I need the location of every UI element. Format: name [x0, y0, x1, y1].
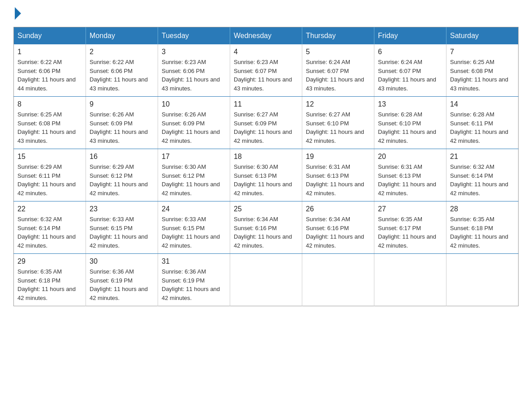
day-number: 23	[90, 205, 154, 213]
day-number: 1	[17, 48, 82, 56]
day-cell: 15 Sunrise: 6:29 AMSunset: 6:11 PMDaylig…	[14, 149, 86, 201]
day-cell: 24 Sunrise: 6:33 AMSunset: 6:15 PMDaylig…	[158, 201, 230, 254]
day-info: Sunrise: 6:28 AMSunset: 6:11 PMDaylight:…	[450, 110, 515, 145]
column-header-wednesday: Wednesday	[230, 27, 302, 45]
day-cell: 29 Sunrise: 6:35 AMSunset: 6:18 PMDaylig…	[14, 254, 86, 306]
day-cell: 17 Sunrise: 6:30 AMSunset: 6:12 PMDaylig…	[158, 149, 230, 201]
day-number: 25	[234, 205, 298, 213]
day-number: 9	[90, 100, 154, 108]
day-cell: 27 Sunrise: 6:35 AMSunset: 6:17 PMDaylig…	[374, 201, 446, 254]
day-cell: 4 Sunrise: 6:23 AMSunset: 6:07 PMDayligh…	[230, 44, 302, 97]
day-number: 24	[162, 205, 226, 213]
week-row-5: 29 Sunrise: 6:35 AMSunset: 6:18 PMDaylig…	[14, 254, 519, 306]
day-info: Sunrise: 6:25 AMSunset: 6:08 PMDaylight:…	[450, 58, 515, 93]
day-number: 6	[378, 48, 442, 56]
day-cell	[230, 254, 302, 306]
day-number: 28	[450, 205, 515, 213]
day-info: Sunrise: 6:32 AMSunset: 6:14 PMDaylight:…	[17, 215, 82, 250]
logo	[13, 9, 21, 18]
day-info: Sunrise: 6:35 AMSunset: 6:18 PMDaylight:…	[450, 215, 515, 250]
column-header-saturday: Saturday	[446, 27, 519, 45]
day-cell: 5 Sunrise: 6:24 AMSunset: 6:07 PMDayligh…	[302, 44, 374, 97]
day-cell: 25 Sunrise: 6:34 AMSunset: 6:16 PMDaylig…	[230, 201, 302, 254]
day-cell: 16 Sunrise: 6:29 AMSunset: 6:12 PMDaylig…	[86, 149, 158, 201]
day-info: Sunrise: 6:23 AMSunset: 6:06 PMDaylight:…	[162, 58, 226, 93]
day-number: 22	[17, 205, 82, 213]
day-cell: 23 Sunrise: 6:33 AMSunset: 6:15 PMDaylig…	[86, 201, 158, 254]
day-number: 29	[17, 257, 82, 265]
day-info: Sunrise: 6:22 AMSunset: 6:06 PMDaylight:…	[17, 58, 82, 93]
day-number: 20	[378, 153, 442, 161]
day-info: Sunrise: 6:29 AMSunset: 6:11 PMDaylight:…	[17, 163, 82, 197]
day-cell	[446, 254, 519, 306]
day-number: 5	[306, 48, 370, 56]
calendar-table: SundayMondayTuesdayWednesdayThursdayFrid…	[13, 27, 519, 306]
day-cell: 22 Sunrise: 6:32 AMSunset: 6:14 PMDaylig…	[14, 201, 86, 254]
day-number: 27	[378, 205, 442, 213]
day-number: 10	[162, 100, 226, 108]
day-cell: 11 Sunrise: 6:27 AMSunset: 6:09 PMDaylig…	[230, 97, 302, 149]
day-info: Sunrise: 6:29 AMSunset: 6:12 PMDaylight:…	[90, 163, 154, 197]
day-info: Sunrise: 6:31 AMSunset: 6:13 PMDaylight:…	[378, 163, 442, 197]
day-info: Sunrise: 6:36 AMSunset: 6:19 PMDaylight:…	[162, 267, 226, 302]
column-header-sunday: Sunday	[14, 27, 86, 45]
page-header	[13, 9, 519, 18]
day-cell: 30 Sunrise: 6:36 AMSunset: 6:19 PMDaylig…	[86, 254, 158, 306]
logo-arrow-icon	[15, 7, 21, 20]
week-row-1: 1 Sunrise: 6:22 AMSunset: 6:06 PMDayligh…	[14, 44, 519, 97]
day-number: 21	[450, 153, 515, 161]
day-cell: 20 Sunrise: 6:31 AMSunset: 6:13 PMDaylig…	[374, 149, 446, 201]
week-row-4: 22 Sunrise: 6:32 AMSunset: 6:14 PMDaylig…	[14, 201, 519, 254]
column-header-tuesday: Tuesday	[158, 27, 230, 45]
day-info: Sunrise: 6:30 AMSunset: 6:13 PMDaylight:…	[234, 163, 298, 197]
day-cell: 31 Sunrise: 6:36 AMSunset: 6:19 PMDaylig…	[158, 254, 230, 306]
column-header-friday: Friday	[374, 27, 446, 45]
week-row-3: 15 Sunrise: 6:29 AMSunset: 6:11 PMDaylig…	[14, 149, 519, 201]
day-number: 30	[90, 257, 154, 265]
day-number: 17	[162, 153, 226, 161]
day-number: 14	[450, 100, 515, 108]
day-number: 18	[234, 153, 298, 161]
day-info: Sunrise: 6:35 AMSunset: 6:18 PMDaylight:…	[17, 267, 82, 302]
day-number: 13	[378, 100, 442, 108]
day-cell: 26 Sunrise: 6:34 AMSunset: 6:16 PMDaylig…	[302, 201, 374, 254]
day-cell: 14 Sunrise: 6:28 AMSunset: 6:11 PMDaylig…	[446, 97, 519, 149]
day-cell	[302, 254, 374, 306]
day-number: 26	[306, 205, 370, 213]
day-info: Sunrise: 6:32 AMSunset: 6:14 PMDaylight:…	[450, 163, 515, 197]
day-info: Sunrise: 6:26 AMSunset: 6:09 PMDaylight:…	[162, 110, 226, 145]
day-number: 11	[234, 100, 298, 108]
day-cell: 10 Sunrise: 6:26 AMSunset: 6:09 PMDaylig…	[158, 97, 230, 149]
day-info: Sunrise: 6:31 AMSunset: 6:13 PMDaylight:…	[306, 163, 370, 197]
day-number: 3	[162, 48, 226, 56]
day-number: 19	[306, 153, 370, 161]
day-cell: 19 Sunrise: 6:31 AMSunset: 6:13 PMDaylig…	[302, 149, 374, 201]
day-cell: 7 Sunrise: 6:25 AMSunset: 6:08 PMDayligh…	[446, 44, 519, 97]
day-cell: 8 Sunrise: 6:25 AMSunset: 6:08 PMDayligh…	[14, 97, 86, 149]
day-number: 16	[90, 153, 154, 161]
day-info: Sunrise: 6:33 AMSunset: 6:15 PMDaylight:…	[90, 215, 154, 250]
day-info: Sunrise: 6:27 AMSunset: 6:10 PMDaylight:…	[306, 110, 370, 145]
day-number: 12	[306, 100, 370, 108]
day-cell: 21 Sunrise: 6:32 AMSunset: 6:14 PMDaylig…	[446, 149, 519, 201]
week-row-2: 8 Sunrise: 6:25 AMSunset: 6:08 PMDayligh…	[14, 97, 519, 149]
day-cell: 12 Sunrise: 6:27 AMSunset: 6:10 PMDaylig…	[302, 97, 374, 149]
day-info: Sunrise: 6:25 AMSunset: 6:08 PMDaylight:…	[17, 110, 82, 145]
day-cell: 1 Sunrise: 6:22 AMSunset: 6:06 PMDayligh…	[14, 44, 86, 97]
day-info: Sunrise: 6:34 AMSunset: 6:16 PMDaylight:…	[306, 215, 370, 250]
day-cell	[374, 254, 446, 306]
day-info: Sunrise: 6:23 AMSunset: 6:07 PMDaylight:…	[234, 58, 298, 93]
day-cell: 3 Sunrise: 6:23 AMSunset: 6:06 PMDayligh…	[158, 44, 230, 97]
day-cell: 9 Sunrise: 6:26 AMSunset: 6:09 PMDayligh…	[86, 97, 158, 149]
column-header-monday: Monday	[86, 27, 158, 45]
day-number: 15	[17, 153, 82, 161]
day-info: Sunrise: 6:27 AMSunset: 6:09 PMDaylight:…	[234, 110, 298, 145]
day-number: 4	[234, 48, 298, 56]
day-cell: 18 Sunrise: 6:30 AMSunset: 6:13 PMDaylig…	[230, 149, 302, 201]
day-info: Sunrise: 6:24 AMSunset: 6:07 PMDaylight:…	[378, 58, 442, 93]
day-cell: 6 Sunrise: 6:24 AMSunset: 6:07 PMDayligh…	[374, 44, 446, 97]
day-number: 31	[162, 257, 226, 265]
day-number: 2	[90, 48, 154, 56]
day-info: Sunrise: 6:33 AMSunset: 6:15 PMDaylight:…	[162, 215, 226, 250]
day-number: 8	[17, 100, 82, 108]
